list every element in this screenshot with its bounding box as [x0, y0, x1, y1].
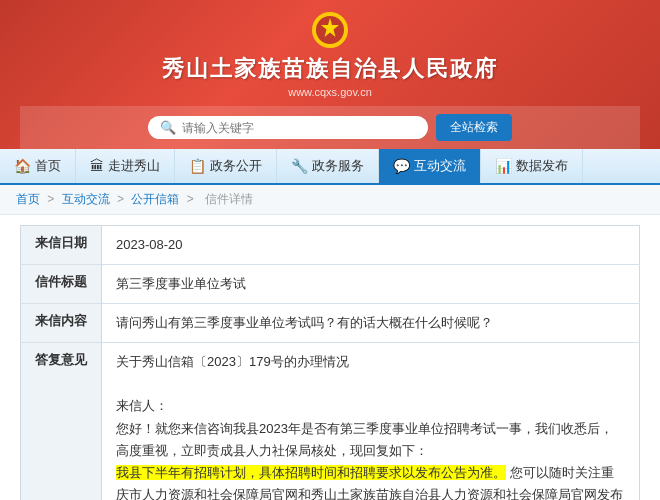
breadcrumb-sep3: >	[187, 192, 197, 206]
nav-item-data[interactable]: 📊 数据发布	[481, 149, 583, 183]
search-icon: 🔍	[160, 120, 176, 135]
nav-item-service[interactable]: 🔧 政务服务	[277, 149, 379, 183]
site-url: www.cqxs.gov.cn	[20, 86, 640, 98]
value-date: 2023-08-20	[102, 226, 640, 265]
row-content: 来信内容 请问秀山有第三季度事业单位考试吗？有的话大概在什么时候呢？	[21, 304, 640, 343]
search-input[interactable]	[182, 121, 416, 135]
gov-icon: 📋	[189, 158, 206, 174]
search-bar: 🔍 全站检索	[20, 106, 640, 149]
label-content: 来信内容	[21, 304, 102, 343]
search-button[interactable]: 全站检索	[436, 114, 512, 141]
data-icon: 📊	[495, 158, 512, 174]
nav-label-home: 首页	[35, 157, 61, 175]
reply-highlight: 我县下半年有招聘计划，具体招聘时间和招聘要求以发布公告为准。	[116, 465, 506, 480]
row-title: 信件标题 第三季度事业单位考试	[21, 265, 640, 304]
nav-item-about[interactable]: 🏛 走进秀山	[76, 149, 175, 183]
detail-table: 来信日期 2023-08-20 信件标题 第三季度事业单位考试 来信内容 请问秀…	[20, 225, 640, 500]
interact-icon: 💬	[393, 158, 410, 174]
nav-label-gov: 政务公开	[210, 157, 262, 175]
nav-label-interact: 互动交流	[414, 157, 466, 175]
nav-item-home[interactable]: 🏠 首页	[0, 149, 76, 183]
row-date: 来信日期 2023-08-20	[21, 226, 640, 265]
value-title: 第三季度事业单位考试	[102, 265, 640, 304]
row-reply: 答复意见 关于秀山信箱〔2023〕179号的办理情况 来信人： 您好！就您来信咨…	[21, 343, 640, 500]
search-input-wrap: 🔍	[148, 116, 428, 139]
breadcrumb-current: 信件详情	[205, 192, 253, 206]
site-title: 秀山土家族苗族自治县人民政府	[20, 54, 640, 84]
breadcrumb-sep1: >	[47, 192, 57, 206]
about-icon: 🏛	[90, 158, 104, 174]
nav-label-service: 政务服务	[312, 157, 364, 175]
page-header: 秀山土家族苗族自治县人民政府 www.cqxs.gov.cn 🔍 全站检索	[0, 0, 660, 149]
label-date: 来信日期	[21, 226, 102, 265]
nav-item-interact[interactable]: 💬 互动交流	[379, 149, 481, 183]
breadcrumb-interact[interactable]: 互动交流	[62, 192, 110, 206]
label-title: 信件标题	[21, 265, 102, 304]
value-reply: 关于秀山信箱〔2023〕179号的办理情况 来信人： 您好！就您来信咨询我县20…	[102, 343, 640, 500]
main-nav: 🏠 首页 🏛 走进秀山 📋 政务公开 🔧 政务服务 💬 互动交流 📊 数据发布	[0, 149, 660, 185]
nav-item-gov[interactable]: 📋 政务公开	[175, 149, 277, 183]
reply-pre: 关于秀山信箱〔2023〕179号的办理情况 来信人： 您好！就您来信咨询我县20…	[116, 354, 613, 457]
breadcrumb-sep2: >	[117, 192, 127, 206]
label-reply: 答复意见	[21, 343, 102, 500]
nav-label-data: 数据发布	[516, 157, 568, 175]
service-icon: 🔧	[291, 158, 308, 174]
main-content: 来信日期 2023-08-20 信件标题 第三季度事业单位考试 来信内容 请问秀…	[0, 215, 660, 500]
gov-emblem	[310, 10, 350, 50]
home-icon: 🏠	[14, 158, 31, 174]
breadcrumb-mailbox[interactable]: 公开信箱	[131, 192, 179, 206]
breadcrumb: 首页 > 互动交流 > 公开信箱 > 信件详情	[0, 185, 660, 215]
breadcrumb-home[interactable]: 首页	[16, 192, 40, 206]
nav-label-about: 走进秀山	[108, 157, 160, 175]
value-content: 请问秀山有第三季度事业单位考试吗？有的话大概在什么时候呢？	[102, 304, 640, 343]
